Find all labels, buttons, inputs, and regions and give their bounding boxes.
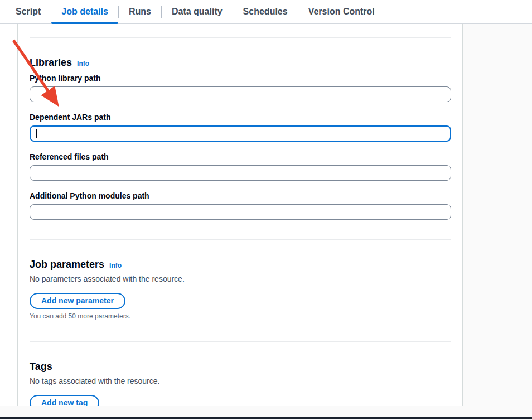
right-gutter [463,24,532,406]
referenced-files-path-label: Referenced files path [30,152,451,161]
tab-bar: Script Job details Runs Data quality Sch… [0,0,532,24]
text-cursor [36,129,37,138]
tab-script[interactable]: Script [6,0,51,23]
libraries-title: Libraries [30,57,72,69]
tags-title: Tags [30,361,52,373]
window-bottom-bar [0,417,532,419]
tab-version-control[interactable]: Version Control [298,0,385,23]
job-parameters-info-link[interactable]: Info [109,262,122,269]
additional-python-modules-path-input[interactable] [30,204,451,220]
main-area: Libraries Info Python library path Depen… [0,24,532,406]
python-library-path-input[interactable] [30,86,451,102]
section-divider [30,37,451,38]
job-parameters-empty-text: No parameters associated with the resour… [30,274,451,283]
section-divider [30,341,451,342]
tab-runs[interactable]: Runs [119,0,161,23]
job-details-panel: Libraries Info Python library path Depen… [17,24,463,406]
job-parameters-title: Job parameters [30,259,104,271]
add-new-parameter-button[interactable]: Add new parameter [30,293,125,309]
tab-job-details[interactable]: Job details [51,0,118,23]
libraries-info-link[interactable]: Info [77,60,89,67]
dependent-jars-path-input[interactable] [30,125,451,142]
tags-header: Tags [30,361,451,373]
job-parameters-header: Job parameters Info [30,259,451,271]
tags-empty-text: No tags associated with the resource. [30,376,451,385]
additional-python-modules-path-label: Additional Python modules path [30,191,451,200]
libraries-header: Libraries Info [30,57,451,69]
job-parameters-helper-text: You can add 50 more parameters. [30,312,451,320]
section-divider [30,239,451,240]
left-gutter [0,24,17,406]
referenced-files-path-input[interactable] [30,165,451,181]
tab-data-quality[interactable]: Data quality [162,0,233,23]
dependent-jars-path-label: Dependent JARs path [30,113,451,122]
tab-schedules[interactable]: Schedules [233,0,298,23]
python-library-path-label: Python library path [30,74,451,83]
